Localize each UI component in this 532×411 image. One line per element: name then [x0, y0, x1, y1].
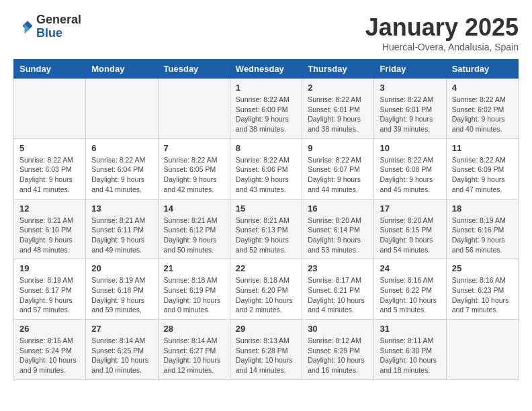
- calendar-cell-w1-d5: 2Sunrise: 8:22 AM Sunset: 6:01 PM Daylig…: [302, 79, 374, 139]
- header-tuesday: Tuesday: [158, 60, 230, 79]
- cell-info: Sunrise: 8:21 AM Sunset: 6:11 PM Dayligh…: [91, 216, 152, 255]
- cell-date: 31: [380, 324, 440, 334]
- cell-info: Sunrise: 8:22 AM Sunset: 6:05 PM Dayligh…: [164, 155, 224, 195]
- calendar-cell-w5-d6: 31Sunrise: 8:11 AM Sunset: 6:30 PM Dayli…: [374, 320, 446, 380]
- cell-info: Sunrise: 8:15 AM Sunset: 6:24 PM Dayligh…: [19, 336, 80, 375]
- calendar-cell-w1-d7: 4Sunrise: 8:22 AM Sunset: 6:02 PM Daylig…: [446, 79, 518, 139]
- cell-date: 13: [91, 203, 152, 214]
- cell-date: 24: [380, 263, 440, 273]
- calendar-cell-w2-d1: 5Sunrise: 8:22 AM Sunset: 6:03 PM Daylig…: [14, 138, 86, 199]
- week-row-1: 1Sunrise: 8:22 AM Sunset: 6:00 PM Daylig…: [14, 79, 519, 139]
- header-friday: Friday: [374, 60, 446, 79]
- calendar-cell-w2-d2: 6Sunrise: 8:22 AM Sunset: 6:04 PM Daylig…: [86, 138, 158, 199]
- week-row-5: 26Sunrise: 8:15 AM Sunset: 6:24 PM Dayli…: [14, 320, 519, 380]
- calendar-cell-w5-d1: 26Sunrise: 8:15 AM Sunset: 6:24 PM Dayli…: [14, 320, 86, 380]
- cell-date: 16: [308, 203, 368, 214]
- calendar-cell-w1-d2: [86, 79, 158, 139]
- week-row-4: 19Sunrise: 8:19 AM Sunset: 6:17 PM Dayli…: [14, 259, 519, 320]
- cell-info: Sunrise: 8:18 AM Sunset: 6:19 PM Dayligh…: [164, 275, 224, 315]
- cell-info: Sunrise: 8:22 AM Sunset: 6:02 PM Dayligh…: [452, 95, 513, 134]
- calendar-cell-w3-d6: 17Sunrise: 8:20 AM Sunset: 6:15 PM Dayli…: [374, 199, 446, 259]
- cell-date: 28: [164, 324, 224, 334]
- header-thursday: Thursday: [302, 60, 374, 79]
- cell-date: 6: [91, 143, 152, 153]
- cell-date: 14: [164, 203, 224, 214]
- cell-info: Sunrise: 8:11 AM Sunset: 6:30 PM Dayligh…: [380, 336, 440, 375]
- calendar-cell-w3-d1: 12Sunrise: 8:21 AM Sunset: 6:10 PM Dayli…: [14, 199, 86, 259]
- cell-date: 25: [452, 263, 513, 273]
- cell-date: 3: [380, 83, 440, 93]
- cell-info: Sunrise: 8:14 AM Sunset: 6:27 PM Dayligh…: [164, 336, 224, 375]
- cell-date: 27: [91, 324, 152, 334]
- cell-info: Sunrise: 8:12 AM Sunset: 6:29 PM Dayligh…: [308, 336, 368, 375]
- logo-blue: Blue: [36, 27, 81, 40]
- header-wednesday: Wednesday: [230, 60, 302, 79]
- calendar-cell-w1-d6: 3Sunrise: 8:22 AM Sunset: 6:01 PM Daylig…: [374, 79, 446, 139]
- day-header-row: Sunday Monday Tuesday Wednesday Thursday…: [14, 60, 519, 79]
- cell-info: Sunrise: 8:16 AM Sunset: 6:22 PM Dayligh…: [380, 275, 440, 315]
- cell-date: 7: [164, 143, 224, 153]
- cell-info: Sunrise: 8:22 AM Sunset: 6:01 PM Dayligh…: [308, 95, 368, 134]
- cell-date: 8: [236, 143, 296, 153]
- page-header: General Blue January 2025 Huercal-Overa,…: [13, 13, 519, 52]
- calendar-cell-w5-d5: 30Sunrise: 8:12 AM Sunset: 6:29 PM Dayli…: [302, 320, 374, 380]
- cell-info: Sunrise: 8:21 AM Sunset: 6:13 PM Dayligh…: [236, 216, 296, 255]
- cell-info: Sunrise: 8:22 AM Sunset: 6:04 PM Dayligh…: [91, 155, 152, 195]
- calendar-cell-w2-d7: 11Sunrise: 8:22 AM Sunset: 6:09 PM Dayli…: [446, 138, 518, 199]
- cell-date: 2: [308, 83, 368, 93]
- cell-date: 22: [236, 263, 296, 273]
- calendar-cell-w3-d4: 15Sunrise: 8:21 AM Sunset: 6:13 PM Dayli…: [230, 199, 302, 259]
- calendar-cell-w4-d5: 23Sunrise: 8:17 AM Sunset: 6:21 PM Dayli…: [302, 259, 374, 320]
- cell-info: Sunrise: 8:17 AM Sunset: 6:21 PM Dayligh…: [308, 275, 368, 315]
- calendar-cell-w2-d3: 7Sunrise: 8:22 AM Sunset: 6:05 PM Daylig…: [158, 138, 230, 199]
- cell-date: 19: [19, 263, 80, 273]
- cell-date: 18: [452, 203, 513, 214]
- calendar-cell-w4-d7: 25Sunrise: 8:16 AM Sunset: 6:23 PM Dayli…: [446, 259, 518, 320]
- calendar-cell-w5-d3: 28Sunrise: 8:14 AM Sunset: 6:27 PM Dayli…: [158, 320, 230, 380]
- calendar-cell-w4-d1: 19Sunrise: 8:19 AM Sunset: 6:17 PM Dayli…: [14, 259, 86, 320]
- logo-general: General: [36, 13, 81, 27]
- cell-info: Sunrise: 8:16 AM Sunset: 6:23 PM Dayligh…: [452, 275, 513, 315]
- cell-info: Sunrise: 8:19 AM Sunset: 6:18 PM Dayligh…: [91, 275, 152, 315]
- cell-date: 1: [236, 83, 296, 93]
- title-section: January 2025 Huercal-Overa, Andalusia, S…: [365, 13, 519, 52]
- cell-date: 29: [236, 324, 296, 334]
- calendar-subtitle: Huercal-Overa, Andalusia, Spain: [365, 42, 519, 52]
- calendar-cell-w4-d6: 24Sunrise: 8:16 AM Sunset: 6:22 PM Dayli…: [374, 259, 446, 320]
- calendar-cell-w5-d7: [446, 320, 518, 380]
- header-monday: Monday: [86, 60, 158, 79]
- cell-info: Sunrise: 8:22 AM Sunset: 6:01 PM Dayligh…: [380, 95, 440, 134]
- calendar-cell-w3-d3: 14Sunrise: 8:21 AM Sunset: 6:12 PM Dayli…: [158, 199, 230, 259]
- cell-info: Sunrise: 8:19 AM Sunset: 6:16 PM Dayligh…: [452, 216, 513, 255]
- calendar-cell-w2-d5: 9Sunrise: 8:22 AM Sunset: 6:07 PM Daylig…: [302, 138, 374, 199]
- calendar-cell-w2-d6: 10Sunrise: 8:22 AM Sunset: 6:08 PM Dayli…: [374, 138, 446, 199]
- calendar-cell-w3-d2: 13Sunrise: 8:21 AM Sunset: 6:11 PM Dayli…: [86, 199, 158, 259]
- cell-date: 30: [308, 324, 368, 334]
- cell-date: 23: [308, 263, 368, 273]
- cell-date: 11: [452, 143, 513, 153]
- calendar-cell-w4-d3: 21Sunrise: 8:18 AM Sunset: 6:19 PM Dayli…: [158, 259, 230, 320]
- logo: General Blue: [13, 13, 81, 40]
- cell-info: Sunrise: 8:22 AM Sunset: 6:03 PM Dayligh…: [19, 155, 80, 195]
- calendar-title: January 2025: [365, 13, 519, 42]
- cell-info: Sunrise: 8:13 AM Sunset: 6:28 PM Dayligh…: [236, 336, 296, 375]
- cell-info: Sunrise: 8:14 AM Sunset: 6:25 PM Dayligh…: [91, 336, 152, 375]
- calendar-cell-w4-d2: 20Sunrise: 8:19 AM Sunset: 6:18 PM Dayli…: [86, 259, 158, 320]
- calendar-cell-w3-d5: 16Sunrise: 8:20 AM Sunset: 6:14 PM Dayli…: [302, 199, 374, 259]
- cell-info: Sunrise: 8:20 AM Sunset: 6:15 PM Dayligh…: [380, 216, 440, 255]
- cell-info: Sunrise: 8:22 AM Sunset: 6:00 PM Dayligh…: [236, 95, 296, 134]
- logo-icon: [13, 17, 34, 37]
- cell-info: Sunrise: 8:22 AM Sunset: 6:08 PM Dayligh…: [380, 155, 440, 195]
- calendar-cell-w3-d7: 18Sunrise: 8:19 AM Sunset: 6:16 PM Dayli…: [446, 199, 518, 259]
- cell-info: Sunrise: 8:22 AM Sunset: 6:06 PM Dayligh…: [236, 155, 296, 195]
- calendar-cell-w1-d1: [14, 79, 86, 139]
- cell-date: 4: [452, 83, 513, 93]
- calendar-table: Sunday Monday Tuesday Wednesday Thursday…: [13, 59, 519, 380]
- cell-date: 12: [19, 203, 80, 214]
- cell-info: Sunrise: 8:20 AM Sunset: 6:14 PM Dayligh…: [308, 216, 368, 255]
- calendar-cell-w4-d4: 22Sunrise: 8:18 AM Sunset: 6:20 PM Dayli…: [230, 259, 302, 320]
- cell-date: 10: [380, 143, 440, 153]
- cell-date: 9: [308, 143, 368, 153]
- calendar-cell-w1-d4: 1Sunrise: 8:22 AM Sunset: 6:00 PM Daylig…: [230, 79, 302, 139]
- cell-date: 17: [380, 203, 440, 214]
